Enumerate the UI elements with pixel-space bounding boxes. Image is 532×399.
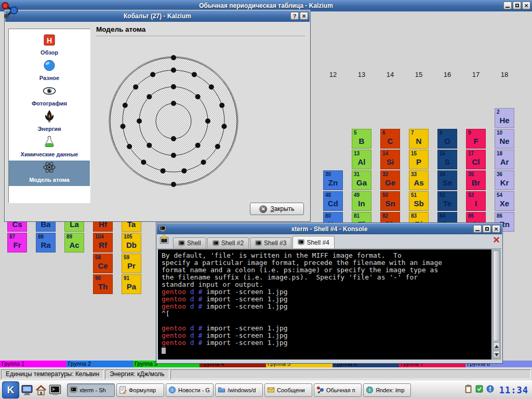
sidebar-item-photo[interactable]: Фотография (9, 84, 90, 110)
task-button-strip: xterm - ShФормулярНовости - G/windows/dС… (67, 383, 411, 397)
element-tile-c[interactable]: 6C (380, 129, 400, 149)
element-number: 49 (352, 192, 371, 198)
element-tile-s[interactable]: 16S (437, 150, 457, 169)
element-tile-xe[interactable]: 54Xe (495, 191, 514, 211)
sidebar-item-energy[interactable]: Энергия (9, 110, 90, 135)
atom-model-icon (43, 161, 56, 174)
taskbar-button-яndex-imp[interactable]: Яndex: imp (363, 383, 411, 397)
taskbar-button-windows-d[interactable]: /windows/d (215, 383, 263, 397)
element-tile-al[interactable]: 13Al (352, 150, 371, 169)
sidebar-item-atom-model[interactable]: Модель атома (9, 161, 90, 186)
element-tile-ra[interactable]: 88Ra (36, 233, 56, 252)
element-tile-i[interactable]: 53I (466, 191, 486, 211)
launcher-desktop-icon[interactable] (21, 384, 33, 396)
maximize-button[interactable] (513, 2, 521, 9)
terminal-icon (159, 225, 166, 232)
element-symbol: S (438, 157, 457, 166)
element-tile-sn[interactable]: 50Sn (380, 191, 400, 211)
scroll-down-button[interactable] (493, 351, 500, 358)
konsole-titlebar[interactable]: xterm - Shell #4 - Konsole (157, 223, 502, 234)
element-number: 2 (495, 109, 514, 115)
element-number: 88 (36, 233, 55, 240)
element-tile-pa[interactable]: 91Pa (122, 274, 141, 294)
new-session-button[interactable] (159, 234, 169, 247)
close-session-button[interactable] (493, 236, 500, 246)
element-tile-br[interactable]: 35Br (466, 170, 486, 190)
taskbar-button-сообщени[interactable]: Сообщени (264, 383, 312, 397)
konsole-minimize-button[interactable] (473, 225, 482, 233)
element-tile-th[interactable]: 90Th (93, 274, 113, 294)
element-tile-he[interactable]: 2He (495, 108, 514, 128)
taskbar-button-xterm-sh[interactable]: xterm - Sh (67, 383, 115, 397)
close-button[interactable] (522, 2, 530, 9)
element-tile-cd[interactable]: 48Cd (323, 191, 343, 211)
tray-info-icon[interactable] (486, 384, 495, 395)
desktop: Обычная периодическая таблица - Kalzium … (0, 0, 532, 399)
element-tile-kr[interactable]: 36Kr (495, 170, 514, 190)
element-tile-f[interactable]: 9F (466, 129, 486, 149)
element-tile-o[interactable]: 8O (437, 129, 457, 149)
element-tile-fr[interactable]: 87Fr (7, 233, 27, 252)
terminal[interactable]: By default, 'file' is written in the MIF… (158, 249, 491, 360)
scroll-up-button[interactable] (493, 342, 500, 350)
element-tile-p[interactable]: 15P (409, 150, 429, 169)
tab-shell-2[interactable]: Shell #2 (207, 237, 249, 248)
element-tile-db[interactable]: 105Db (122, 233, 141, 252)
k-menu-button[interactable] (2, 381, 19, 398)
taskbar-button-новости-g[interactable]: Новости - G (166, 383, 214, 397)
sidebar-item-overview[interactable]: HОбзор (9, 33, 90, 59)
tab-shell-3[interactable]: Shell #3 (250, 237, 291, 248)
launcher-home-icon[interactable] (35, 384, 47, 396)
element-tile-si[interactable]: 14Si (380, 150, 400, 169)
element-tile-ac[interactable]: 89Ac (64, 233, 84, 252)
terminal-line (162, 317, 488, 325)
terminal-line: By default, 'file' is written in the MIF… (162, 252, 488, 259)
launcher-terminal-icon[interactable] (49, 384, 61, 396)
taskbar-button-формуляр[interactable]: Формуляр (116, 383, 164, 397)
konsole-maximize-button[interactable] (483, 225, 491, 233)
terminal-icon (212, 240, 219, 247)
taskbar-button-label: Формуляр (129, 387, 156, 393)
element-symbol: Pa (122, 282, 141, 291)
news-icon (168, 386, 176, 394)
element-number: 59 (122, 254, 141, 260)
element-tile-ga[interactable]: 31Ga (352, 170, 371, 190)
scrollbar-thumb[interactable] (493, 250, 500, 341)
element-tile-cl[interactable]: 17Cl (466, 150, 486, 169)
element-tile-n[interactable]: 7N (409, 129, 429, 149)
element-tile-te[interactable]: 52Te (437, 191, 457, 211)
tab-shell-4[interactable]: Shell #4 (292, 236, 334, 248)
klipper-icon[interactable] (464, 384, 473, 395)
element-symbol: N (409, 137, 428, 145)
element-tile-b[interactable]: 5B (352, 129, 371, 149)
element-tile-se[interactable]: 34Se (437, 170, 457, 190)
dialog-sidebar: HОбзорРазноеФотографияЭнергияХимические … (8, 29, 90, 203)
dialog-titlebar[interactable]: Кобальт (27) - Kalzium (5, 10, 310, 22)
sidebar-item-chemdata[interactable]: Химические данные (9, 135, 90, 161)
element-tile-ge[interactable]: 32Ge (380, 170, 400, 190)
form-icon (119, 386, 127, 394)
element-tile-ce[interactable]: 58Ce (93, 254, 113, 273)
statusbar: Единицы температуры: Кельвин Энергия: кД… (0, 368, 532, 380)
help-button[interactable] (290, 12, 299, 20)
element-tile-ar[interactable]: 18Ar (495, 150, 514, 169)
minimize-button[interactable] (503, 2, 512, 9)
terminal-scrollbar[interactable] (492, 249, 501, 360)
element-tile-ne[interactable]: 10Ne (495, 129, 514, 149)
element-tile-sb[interactable]: 51Sb (409, 191, 429, 211)
element-tile-rf[interactable]: 104Rf (93, 233, 113, 252)
element-tile-zn[interactable]: 30Zn (323, 170, 343, 190)
konsole-close-button[interactable] (492, 225, 500, 233)
element-tile-as[interactable]: 33As (409, 170, 429, 190)
dialog-close-action-button[interactable]: Закрыть (250, 203, 304, 215)
taskbar-button-обычная-п[interactable]: Обычная п (314, 383, 362, 397)
element-number: 6 (381, 129, 400, 136)
tab-shell[interactable]: Shell (173, 237, 206, 248)
dialog-close-button[interactable] (300, 12, 308, 20)
sidebar-item-misc[interactable]: Разное (9, 59, 90, 84)
tray-check-icon[interactable] (475, 384, 484, 395)
element-number: 86 (495, 212, 514, 219)
element-number: 15 (409, 150, 428, 156)
element-tile-in[interactable]: 49In (352, 191, 371, 211)
element-tile-pr[interactable]: 59Pr (122, 254, 141, 273)
